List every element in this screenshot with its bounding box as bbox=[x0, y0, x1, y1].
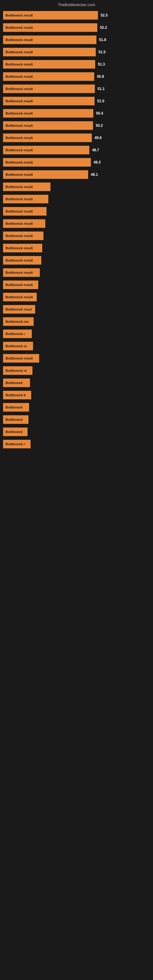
bar-label: Bottleneck result bbox=[4, 62, 34, 66]
bar-label: Bottleneck re bbox=[4, 369, 28, 372]
bar-fill: Bottleneck result bbox=[3, 268, 40, 277]
bar-fill: Bottleneck re bbox=[3, 342, 33, 350]
bar-label: Bottleneck result bbox=[4, 283, 34, 286]
bar-row: Bottleneck result48.1 bbox=[0, 169, 153, 180]
bar-label: Bottleneck result bbox=[4, 111, 34, 115]
bar-fill: Bottleneck result51.1 bbox=[3, 84, 95, 93]
bar-row: Bottleneck result49.3 bbox=[0, 157, 153, 167]
bar-fill: Bottleneck result52.2 bbox=[3, 23, 97, 32]
bar-label: Bottleneck resul bbox=[4, 307, 33, 311]
bar-label: Bottleneck result bbox=[4, 38, 34, 41]
bar-label: Bottleneck result bbox=[4, 87, 34, 91]
bar-fill: Bottleneck result48.7 bbox=[3, 146, 89, 154]
bar-value: 50.2 bbox=[96, 123, 103, 128]
bar-value: 51.1 bbox=[97, 87, 105, 91]
bar-fill: Bottleneck result49.8 bbox=[3, 134, 92, 142]
bar-label: Bottleneck result bbox=[4, 26, 34, 29]
bar-row: Bottleneck result50.2 bbox=[0, 120, 153, 131]
bar-fill: Bottleneck bbox=[3, 403, 29, 412]
bar-label: Bottleneck bbox=[4, 430, 24, 434]
bar-row: Bottleneck bbox=[0, 378, 153, 388]
bar-row: Bottleneck result bbox=[0, 218, 153, 229]
bar-row: Bottleneck result51.1 bbox=[0, 84, 153, 94]
bar-label: Bottleneck bbox=[4, 406, 24, 409]
bar-row: Bottleneck re bbox=[0, 365, 153, 376]
bar-fill: Bottleneck result52.5 bbox=[3, 11, 98, 20]
site-title: TheBottlenecker.com bbox=[58, 2, 95, 7]
bar-label: Bottleneck result bbox=[4, 173, 34, 177]
bar-fill: Bottleneck result bbox=[3, 244, 42, 252]
bar-fill: Bottleneck bbox=[3, 415, 29, 424]
bar-fill: Bottleneck result bbox=[3, 280, 38, 289]
bar-row: Bottleneck r bbox=[0, 329, 153, 339]
bar-value: 51.0 bbox=[97, 99, 104, 103]
bar-row: Bottleneck result bbox=[0, 181, 153, 192]
bar-row: Bottleneck bbox=[0, 402, 153, 412]
bar-label: Bottleneck result bbox=[4, 222, 34, 225]
bar-value: 48.7 bbox=[92, 148, 99, 152]
bar-fill: Bottleneck result bbox=[3, 232, 43, 240]
bar-fill: Bottleneck result50.2 bbox=[3, 121, 93, 130]
bar-row: Bottleneck result51.8 bbox=[0, 35, 153, 45]
bar-row: Bottleneck result51.3 bbox=[0, 59, 153, 70]
bar-fill: Bottleneck r bbox=[3, 440, 30, 449]
bar-value: 49.3 bbox=[94, 160, 101, 164]
bar-row: Bottleneck result51.0 bbox=[0, 96, 153, 106]
bar-fill: Bottleneck result51.0 bbox=[3, 97, 94, 105]
bar-value: 51.8 bbox=[99, 38, 106, 42]
bar-fill: Bottleneck bbox=[3, 428, 27, 436]
bar-fill: Bottleneck res bbox=[3, 317, 33, 326]
bar-label: Bottleneck result bbox=[4, 185, 34, 189]
bar-label: Bottleneck result bbox=[4, 258, 34, 262]
bar-row: Bottleneck bbox=[0, 414, 153, 425]
bar-row: Bottleneck bbox=[0, 426, 153, 437]
bar-row: Bottleneck result49.8 bbox=[0, 133, 153, 143]
bar-row: Bottleneck result52.5 bbox=[0, 10, 153, 21]
bar-row: Bottleneck result51.5 bbox=[0, 47, 153, 57]
bar-label: Bottleneck result bbox=[4, 50, 34, 54]
bar-row: Bottleneck result bbox=[0, 255, 153, 266]
bar-value: 50.4 bbox=[96, 111, 103, 115]
bar-label: Bottleneck result bbox=[4, 271, 34, 274]
bars-list: Bottleneck result52.5Bottleneck result52… bbox=[0, 8, 153, 449]
bar-row: Bottleneck result bbox=[0, 243, 153, 253]
bar-value: 49.8 bbox=[94, 136, 102, 140]
bar-label: Bottleneck bbox=[4, 381, 24, 385]
header: TheBottlenecker.com bbox=[0, 0, 153, 8]
bar-row: Bottleneck result bbox=[0, 231, 153, 241]
bar-label: Bottleneck b bbox=[4, 393, 27, 397]
bar-label: Bottleneck result bbox=[4, 99, 34, 103]
bar-label: Bottleneck result bbox=[4, 197, 34, 201]
bar-label: Bottleneck res bbox=[4, 320, 30, 323]
bar-label: Bottleneck result bbox=[4, 234, 34, 238]
bar-row: Bottleneck result bbox=[0, 194, 153, 204]
bar-fill: Bottleneck result49.3 bbox=[3, 158, 91, 167]
bar-label: Bottleneck result bbox=[4, 136, 34, 140]
bar-label: Bottleneck result bbox=[4, 124, 34, 127]
bar-fill: Bottleneck result50.9 bbox=[3, 72, 94, 81]
bar-fill: Bottleneck r bbox=[3, 329, 32, 338]
bar-value: 48.1 bbox=[91, 172, 98, 177]
bar-row: Bottleneck result48.7 bbox=[0, 145, 153, 155]
bar-fill: Bottleneck result bbox=[3, 256, 41, 265]
bar-row: Bottleneck res bbox=[0, 317, 153, 327]
bar-row: Bottleneck result bbox=[0, 206, 153, 216]
bar-row: Bottleneck resul bbox=[0, 304, 153, 315]
bar-label: Bottleneck result bbox=[4, 161, 34, 164]
bar-fill: Bottleneck b bbox=[3, 391, 31, 399]
bar-label: Bottleneck result bbox=[4, 75, 34, 78]
bar-fill: Bottleneck result bbox=[3, 207, 46, 216]
bar-fill: Bottleneck result50.4 bbox=[3, 109, 93, 118]
bar-row: Bottleneck result bbox=[0, 267, 153, 278]
bar-row: Bottleneck result50.9 bbox=[0, 72, 153, 82]
bar-fill: Bottleneck result48.1 bbox=[3, 170, 88, 179]
bar-row: Bottleneck result52.2 bbox=[0, 22, 153, 33]
bar-value: 50.9 bbox=[97, 75, 104, 79]
bar-fill: Bottleneck result bbox=[3, 293, 37, 301]
bar-fill: Bottleneck resul bbox=[3, 305, 35, 313]
bar-label: Bottleneck result bbox=[4, 295, 34, 299]
bar-label: Bottleneck result bbox=[4, 13, 34, 17]
bar-fill: Bottleneck result51.5 bbox=[3, 48, 96, 56]
bar-row: Bottleneck result50.4 bbox=[0, 108, 153, 119]
bar-fill: Bottleneck result bbox=[3, 183, 51, 191]
